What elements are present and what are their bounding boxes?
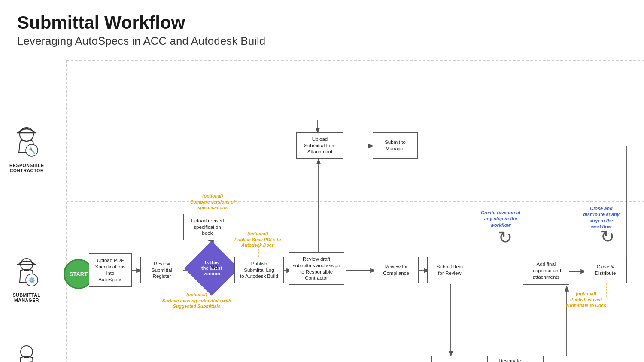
publish-spec-pdfs-label: (optional)Publish Spec PDFs toAutodesk D…: [234, 231, 281, 249]
svg-text:⚙️: ⚙️: [28, 277, 36, 284]
workflow-svg: [0, 60, 644, 362]
upload-revised-spec-box: Upload revisedspecificationbook: [183, 214, 231, 240]
publish-submittal-log-box: PublishSubmittal Logto Autodesk Build: [234, 257, 284, 283]
review-compliance-text: Review forCompliance: [383, 264, 409, 277]
create-revision-icon: ↻: [498, 228, 513, 247]
no-label: NO: [210, 265, 218, 271]
svg-text:🔧: 🔧: [28, 147, 36, 154]
page: Submittal Workflow Leveraging AutoSpecs …: [0, 0, 644, 362]
review-compliance-box: Review forCompliance: [374, 257, 419, 283]
close-distribute-workflow-label: Close anddistribute at anystep in thewor…: [583, 205, 620, 230]
submit-item-review-box: Submit Itemfor Review: [427, 257, 472, 283]
header: Submittal Workflow Leveraging AutoSpecs …: [17, 13, 627, 48]
submit-to-manager-top-text: Submit toManager: [385, 139, 406, 152]
close-distribute-cycle-icon: ↻: [600, 227, 615, 246]
workflow-area: 🔧 RESPONSIBLECONTRACTOR ⚙️ SUBMITTALMANA…: [0, 60, 644, 362]
review-submittal-reg-text: ReviewSubmittalRegister: [152, 261, 172, 280]
compare-versions-label: (optional)Compare versions ofspecificati…: [190, 193, 235, 211]
page-subtitle: Leveraging AutoSpecs in ACC and Autodesk…: [17, 34, 627, 48]
create-revision-label: Create revision atany step in theworkflo…: [481, 210, 520, 228]
close-distribute-text: Close &Distribute: [595, 264, 616, 277]
upload-submittal-box: UploadSubmittal ItemAttachment: [296, 132, 343, 159]
upload-revised-spec-text: Upload revisedspecificationbook: [191, 218, 224, 237]
designate-official-text: DesignateOfficialResponse: [499, 358, 521, 362]
submittal-manager-label: SUBMITTALMANAGER: [13, 292, 40, 303]
publish-closed-label: (optional)Publish closedsubmittals to Do…: [566, 291, 606, 309]
submit-to-manager-bottom-box: Submit toManager: [543, 356, 586, 362]
reviewer-actor: 🅐 REVIEWER: [9, 341, 44, 362]
publish-submittal-log-text: PublishSubmittal Logto Autodesk Build: [240, 261, 278, 280]
responsible-contractor-label: RESPONSIBLECONTRACTOR: [9, 163, 44, 173]
responsible-contractor-actor: 🔧 RESPONSIBLECONTRACTOR: [9, 122, 44, 173]
add-final-response-text: Add finalresponse andattachments: [531, 261, 561, 280]
start-label: START: [70, 271, 88, 277]
page-title: Submittal Workflow: [17, 13, 627, 33]
review-draft-text: Review draftsubmittals and assignto Resp…: [293, 256, 340, 282]
add-final-response-box: Add finalresponse andattachments: [523, 257, 569, 285]
review-submittal-reg-box: ReviewSubmittalRegister: [140, 257, 183, 283]
upload-submittal-text: UploadSubmittal ItemAttachment: [304, 136, 336, 155]
submittal-manager-actor: ⚙️ SUBMITTALMANAGER: [9, 254, 44, 303]
submit-item-review-text: Submit Itemfor Review: [437, 264, 463, 277]
designate-official-box: DesignateOfficialResponse: [487, 356, 532, 362]
review-draft-box: Review draftsubmittals and assignto Resp…: [289, 252, 344, 285]
surface-missing-label: (optional)Surface missing submittals wit…: [162, 292, 231, 310]
upload-pdf-box: Upload PDFSpecificationsintoAutoSpecs: [89, 253, 132, 287]
submit-to-manager-top-box: Submit toManager: [373, 132, 418, 159]
close-distribute-box: Close &Distribute: [584, 257, 627, 283]
upload-pdf-text: Upload PDFSpecificationsintoAutoSpecs: [95, 257, 126, 283]
svg-point-38: [21, 346, 33, 358]
markup-respond-box: Markup &Respond: [431, 356, 474, 362]
